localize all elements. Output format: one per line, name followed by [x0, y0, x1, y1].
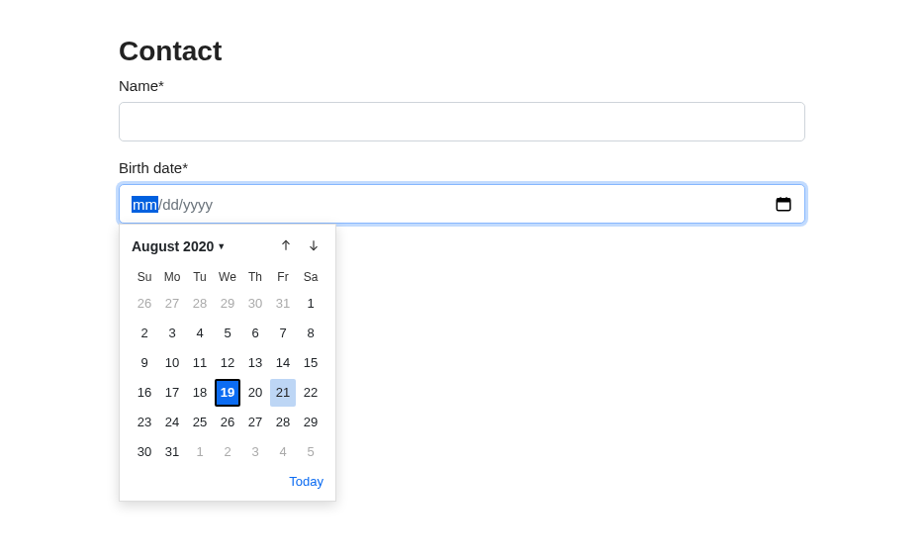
datepicker-day[interactable]: 27: [159, 290, 185, 318]
datepicker-day[interactable]: 3: [159, 320, 185, 347]
arrow-up-icon: [279, 238, 293, 255]
date-segment-dd[interactable]: dd: [162, 196, 179, 213]
datepicker-day[interactable]: 16: [132, 379, 157, 407]
datepicker-day[interactable]: 29: [215, 290, 240, 318]
datepicker-day[interactable]: 3: [242, 438, 268, 466]
page-title: Contact: [119, 36, 805, 67]
datepicker-day[interactable]: 8: [298, 320, 323, 347]
caret-down-icon: ▼: [217, 241, 226, 251]
datepicker-day[interactable]: 20: [242, 379, 268, 407]
datepicker-day[interactable]: 29: [298, 409, 323, 436]
datepicker-day[interactable]: 25: [187, 409, 213, 436]
name-input[interactable]: [119, 102, 805, 141]
datepicker-day[interactable]: 4: [187, 320, 213, 347]
birthdate-value: mm/dd/yyyy: [132, 196, 213, 213]
datepicker-day[interactable]: 22: [298, 379, 323, 407]
calendar-icon[interactable]: [775, 195, 792, 213]
date-segment-mm[interactable]: mm: [132, 196, 158, 213]
datepicker-day[interactable]: 4: [270, 438, 296, 466]
birthdate-label: Birth date*: [119, 159, 805, 176]
datepicker-popup: August 2020 ▼ SuMoTuWeTh: [119, 224, 336, 502]
datepicker-day[interactable]: 12: [215, 349, 240, 377]
datepicker-month-year-button[interactable]: August 2020 ▼: [132, 238, 226, 254]
datepicker-day[interactable]: 28: [270, 409, 296, 436]
datepicker-day[interactable]: 2: [132, 320, 157, 347]
datepicker-dow: Fr: [270, 266, 296, 288]
datepicker-day[interactable]: 28: [187, 290, 213, 318]
datepicker-day[interactable]: 18: [187, 379, 213, 407]
datepicker-day[interactable]: 14: [270, 349, 296, 377]
datepicker-day[interactable]: 24: [159, 409, 185, 436]
svg-rect-1: [777, 199, 790, 203]
datepicker-grid: SuMoTuWeThFrSa26272829303112345678910111…: [132, 266, 323, 466]
datepicker-day[interactable]: 9: [132, 349, 157, 377]
datepicker-day[interactable]: 13: [242, 349, 268, 377]
datepicker-day[interactable]: 1: [187, 438, 213, 466]
datepicker-day[interactable]: 17: [159, 379, 185, 407]
datepicker-dow: Tu: [187, 266, 213, 288]
name-label: Name*: [119, 77, 805, 94]
birthdate-input[interactable]: mm/dd/yyyy: [119, 184, 805, 224]
datepicker-day[interactable]: 31: [159, 438, 185, 466]
datepicker-day[interactable]: 7: [270, 320, 296, 347]
datepicker-day[interactable]: 1: [298, 290, 323, 318]
datepicker-today-link[interactable]: Today: [289, 474, 323, 489]
datepicker-dow: Sa: [298, 266, 323, 288]
birthdate-field-group: Birth date* mm/dd/yyyy August 2020 ▼: [119, 159, 805, 224]
datepicker-next-button[interactable]: [304, 236, 323, 256]
datepicker-day[interactable]: 6: [242, 320, 268, 347]
datepicker-day[interactable]: 5: [215, 320, 240, 347]
datepicker-day[interactable]: 2: [215, 438, 240, 466]
datepicker-day[interactable]: 27: [242, 409, 268, 436]
datepicker-day[interactable]: 19: [215, 379, 240, 407]
datepicker-day[interactable]: 30: [132, 438, 157, 466]
datepicker-day[interactable]: 10: [159, 349, 185, 377]
datepicker-dow: Th: [242, 266, 268, 288]
datepicker-day[interactable]: 26: [215, 409, 240, 436]
arrow-down-icon: [307, 238, 321, 255]
name-field-group: Name*: [119, 77, 805, 141]
datepicker-dow: Mo: [159, 266, 185, 288]
datepicker-month-year-label: August 2020: [132, 238, 214, 254]
datepicker-day[interactable]: 11: [187, 349, 213, 377]
datepicker-prev-button[interactable]: [276, 236, 296, 256]
date-segment-yyyy[interactable]: yyyy: [183, 196, 213, 213]
datepicker-day[interactable]: 26: [132, 290, 157, 318]
datepicker-day[interactable]: 15: [298, 349, 323, 377]
datepicker-dow: We: [215, 266, 240, 288]
datepicker-day[interactable]: 30: [242, 290, 268, 318]
datepicker-day[interactable]: 21: [270, 379, 296, 407]
datepicker-day[interactable]: 31: [270, 290, 296, 318]
datepicker-dow: Su: [132, 266, 157, 288]
datepicker-day[interactable]: 23: [132, 409, 157, 436]
datepicker-day[interactable]: 5: [298, 438, 323, 466]
